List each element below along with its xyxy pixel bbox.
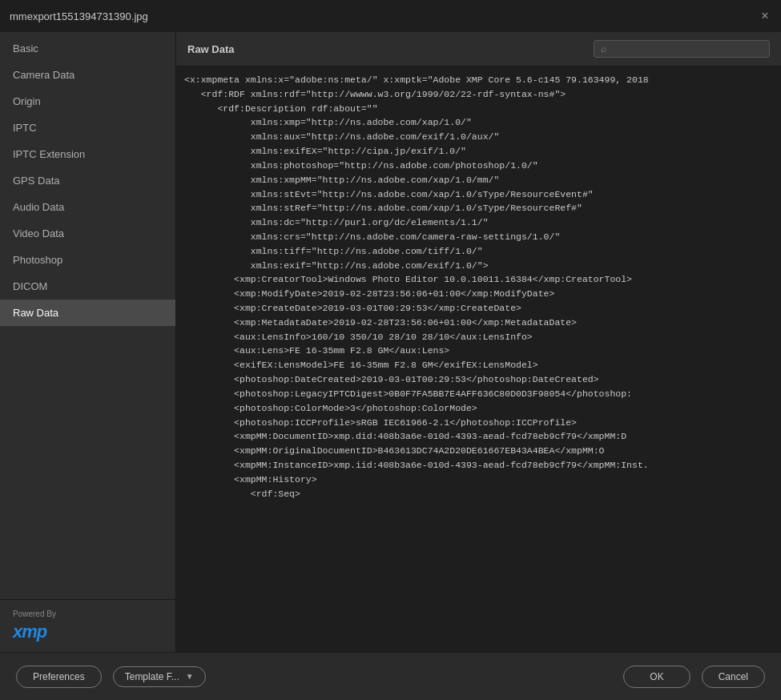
preferences-button[interactable]: Preferences (16, 666, 102, 688)
sidebar-item-dicom[interactable]: DICOM (0, 273, 175, 300)
sidebar-item-photoshop[interactable]: Photoshop (0, 247, 175, 273)
powered-by-section: Powered By xmp (0, 599, 175, 652)
template-dropdown[interactable]: Template F... ▼ (113, 666, 206, 687)
right-panel: Raw Data ⌕ <x:xmpmeta xmlns:x="adobe:ns:… (176, 32, 781, 652)
raw-data-scroll[interactable]: <x:xmpmeta xmlns:x="adobe:ns:meta/" x:xm… (176, 66, 781, 652)
sidebar: Basic Camera Data Origin IPTC IPTC Exten… (0, 32, 176, 652)
bottom-bar: Preferences Template F... ▼ OK Cancel (0, 652, 781, 700)
sidebar-item-camera-data[interactable]: Camera Data (0, 62, 175, 88)
search-input[interactable] (611, 43, 763, 54)
main-content: Basic Camera Data Origin IPTC IPTC Exten… (0, 32, 781, 652)
raw-data-container: <x:xmpmeta xmlns:x="adobe:ns:meta/" x:xm… (176, 66, 781, 652)
title-bar: mmexport1551394731390.jpg × (0, 0, 781, 32)
sidebar-item-gps-data[interactable]: GPS Data (0, 167, 175, 194)
sidebar-item-video-data[interactable]: Video Data (0, 220, 175, 247)
sidebar-item-raw-data[interactable]: Raw Data (0, 300, 175, 326)
ok-button[interactable]: OK (623, 666, 690, 688)
panel-title: Raw Data (187, 43, 235, 55)
sidebar-item-basic[interactable]: Basic (0, 35, 175, 62)
sidebar-item-origin[interactable]: Origin (0, 88, 175, 115)
cancel-button[interactable]: Cancel (702, 666, 765, 688)
search-box[interactable]: ⌕ (594, 40, 770, 58)
sidebar-items-list: Basic Camera Data Origin IPTC IPTC Exten… (0, 32, 175, 599)
panel-header: Raw Data ⌕ (176, 32, 781, 66)
raw-data-content: <x:xmpmeta xmlns:x="adobe:ns:meta/" x:xm… (176, 66, 781, 507)
sidebar-item-iptc-extension[interactable]: IPTC Extension (0, 141, 175, 167)
dropdown-arrow-icon: ▼ (186, 672, 194, 681)
template-label: Template F... (125, 671, 179, 682)
sidebar-item-iptc[interactable]: IPTC (0, 115, 175, 141)
search-icon: ⌕ (601, 43, 606, 54)
sidebar-item-audio-data[interactable]: Audio Data (0, 194, 175, 220)
window-title: mmexport1551394731390.jpg (10, 10, 148, 22)
close-button[interactable]: × (759, 10, 771, 22)
xmp-logo: xmp (13, 622, 163, 642)
powered-by-label: Powered By (13, 609, 163, 618)
